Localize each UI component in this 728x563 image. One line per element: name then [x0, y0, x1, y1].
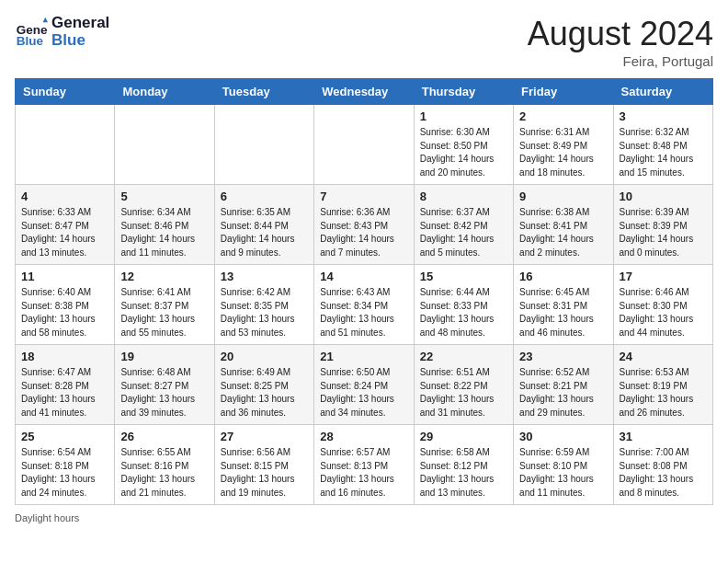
day-number: 11 [21, 270, 108, 283]
calendar-cell: 17 Sunrise: 6:46 AM Sunset: 8:30 PM Dayl… [613, 265, 712, 345]
calendar-cell: 21 Sunrise: 6:50 AM Sunset: 8:24 PM Dayl… [314, 345, 414, 425]
day-number: 21 [320, 350, 407, 363]
calendar-cell: 3 Sunrise: 6:32 AM Sunset: 8:48 PM Dayli… [613, 105, 712, 185]
calendar-cell: 6 Sunrise: 6:35 AM Sunset: 8:44 PM Dayli… [214, 185, 313, 265]
calendar-day-header: Wednesday [314, 79, 414, 105]
day-detail: Sunrise: 6:53 AM Sunset: 8:19 PM Dayligh… [620, 366, 707, 419]
footer-note: Daylight hours [15, 512, 713, 523]
day-detail: Sunrise: 6:56 AM Sunset: 8:15 PM Dayligh… [221, 446, 308, 500]
day-number: 24 [620, 350, 707, 363]
day-detail: Sunrise: 6:42 AM Sunset: 8:35 PM Dayligh… [221, 286, 308, 339]
day-detail: Sunrise: 6:36 AM Sunset: 8:43 PM Dayligh… [320, 206, 407, 259]
day-detail: Sunrise: 6:48 AM Sunset: 8:27 PM Dayligh… [120, 366, 208, 419]
day-number: 9 [519, 190, 607, 203]
day-number: 1 [420, 109, 507, 123]
calendar-cell: 15 Sunrise: 6:44 AM Sunset: 8:33 PM Dayl… [414, 265, 513, 345]
day-number: 22 [420, 350, 507, 363]
day-number: 3 [620, 109, 707, 123]
day-detail: Sunrise: 6:59 AM Sunset: 8:10 PM Dayligh… [519, 446, 607, 500]
calendar-cell: 27 Sunrise: 6:56 AM Sunset: 8:15 PM Dayl… [214, 425, 313, 505]
day-number: 13 [221, 270, 308, 283]
day-detail: Sunrise: 6:39 AM Sunset: 8:39 PM Dayligh… [620, 206, 707, 259]
calendar-cell: 30 Sunrise: 6:59 AM Sunset: 8:10 PM Dayl… [514, 425, 613, 505]
calendar-cell: 20 Sunrise: 6:49 AM Sunset: 8:25 PM Dayl… [214, 345, 313, 425]
day-detail: Sunrise: 6:31 AM Sunset: 8:49 PM Dayligh… [519, 126, 607, 179]
calendar-cell: 9 Sunrise: 6:38 AM Sunset: 8:41 PM Dayli… [514, 185, 613, 265]
logo-icon: General Blue [15, 16, 48, 49]
day-detail: Sunrise: 6:40 AM Sunset: 8:38 PM Dayligh… [21, 286, 108, 339]
day-detail: Sunrise: 7:00 AM Sunset: 8:08 PM Dayligh… [620, 446, 707, 500]
day-number: 27 [221, 430, 308, 443]
calendar-cell: 1 Sunrise: 6:30 AM Sunset: 8:50 PM Dayli… [414, 105, 513, 185]
logo-blue: Blue [51, 32, 109, 50]
day-detail: Sunrise: 6:58 AM Sunset: 8:12 PM Dayligh… [420, 446, 507, 500]
calendar-cell: 22 Sunrise: 6:51 AM Sunset: 8:22 PM Dayl… [414, 345, 513, 425]
calendar-cell: 5 Sunrise: 6:34 AM Sunset: 8:46 PM Dayli… [115, 185, 214, 265]
calendar-table: SundayMondayTuesdayWednesdayThursdayFrid… [15, 78, 713, 505]
day-detail: Sunrise: 6:46 AM Sunset: 8:30 PM Dayligh… [620, 286, 707, 339]
calendar-cell [314, 105, 414, 185]
calendar-cell: 14 Sunrise: 6:43 AM Sunset: 8:34 PM Dayl… [314, 265, 414, 345]
day-detail: Sunrise: 6:57 AM Sunset: 8:13 PM Dayligh… [320, 446, 407, 500]
calendar-day-header: Monday [115, 79, 214, 105]
calendar-week-row: 1 Sunrise: 6:30 AM Sunset: 8:50 PM Dayli… [16, 105, 713, 185]
day-number: 14 [320, 270, 407, 283]
day-detail: Sunrise: 6:54 AM Sunset: 8:18 PM Dayligh… [21, 446, 108, 500]
day-number: 8 [420, 190, 507, 203]
calendar-cell: 4 Sunrise: 6:33 AM Sunset: 8:47 PM Dayli… [16, 185, 115, 265]
day-number: 20 [221, 350, 308, 363]
title-block: August 2024 Feira, Portugal [528, 15, 713, 69]
calendar-cell [214, 105, 313, 185]
day-number: 16 [519, 270, 607, 283]
day-number: 2 [519, 109, 607, 123]
day-number: 4 [21, 190, 108, 203]
day-detail: Sunrise: 6:51 AM Sunset: 8:22 PM Dayligh… [420, 366, 507, 419]
location: Feira, Portugal [528, 53, 713, 69]
calendar-day-header: Tuesday [214, 79, 313, 105]
calendar-cell: 13 Sunrise: 6:42 AM Sunset: 8:35 PM Dayl… [214, 265, 313, 345]
day-detail: Sunrise: 6:34 AM Sunset: 8:46 PM Dayligh… [120, 206, 208, 259]
calendar-cell [16, 105, 115, 185]
calendar-body: 1 Sunrise: 6:30 AM Sunset: 8:50 PM Dayli… [16, 105, 713, 505]
calendar-cell: 24 Sunrise: 6:53 AM Sunset: 8:19 PM Dayl… [613, 345, 712, 425]
day-number: 12 [120, 270, 208, 283]
calendar-cell: 2 Sunrise: 6:31 AM Sunset: 8:49 PM Dayli… [514, 105, 613, 185]
day-detail: Sunrise: 6:41 AM Sunset: 8:37 PM Dayligh… [120, 286, 208, 339]
day-detail: Sunrise: 6:55 AM Sunset: 8:16 PM Dayligh… [120, 446, 208, 500]
calendar-week-row: 18 Sunrise: 6:47 AM Sunset: 8:28 PM Dayl… [16, 345, 713, 425]
day-number: 29 [420, 430, 507, 443]
calendar-day-header: Thursday [414, 79, 513, 105]
svg-marker-2 [43, 17, 48, 21]
calendar-cell: 12 Sunrise: 6:41 AM Sunset: 8:37 PM Dayl… [115, 265, 214, 345]
svg-text:Blue: Blue [17, 34, 44, 48]
day-number: 17 [620, 270, 707, 283]
day-number: 30 [519, 430, 607, 443]
calendar-week-row: 11 Sunrise: 6:40 AM Sunset: 8:38 PM Dayl… [16, 265, 713, 345]
day-number: 19 [120, 350, 208, 363]
day-detail: Sunrise: 6:30 AM Sunset: 8:50 PM Dayligh… [420, 126, 507, 179]
calendar-header-row: SundayMondayTuesdayWednesdayThursdayFrid… [16, 79, 713, 105]
calendar-cell: 18 Sunrise: 6:47 AM Sunset: 8:28 PM Dayl… [16, 345, 115, 425]
calendar-week-row: 4 Sunrise: 6:33 AM Sunset: 8:47 PM Dayli… [16, 185, 713, 265]
day-number: 23 [519, 350, 607, 363]
day-detail: Sunrise: 6:38 AM Sunset: 8:41 PM Dayligh… [519, 206, 607, 259]
calendar-cell: 10 Sunrise: 6:39 AM Sunset: 8:39 PM Dayl… [613, 185, 712, 265]
day-number: 25 [21, 430, 108, 443]
day-detail: Sunrise: 6:49 AM Sunset: 8:25 PM Dayligh… [221, 366, 308, 419]
day-detail: Sunrise: 6:37 AM Sunset: 8:42 PM Dayligh… [420, 206, 507, 259]
day-detail: Sunrise: 6:47 AM Sunset: 8:28 PM Dayligh… [21, 366, 108, 419]
calendar-cell: 29 Sunrise: 6:58 AM Sunset: 8:12 PM Dayl… [414, 425, 513, 505]
calendar-cell: 11 Sunrise: 6:40 AM Sunset: 8:38 PM Dayl… [16, 265, 115, 345]
calendar-cell: 28 Sunrise: 6:57 AM Sunset: 8:13 PM Dayl… [314, 425, 414, 505]
calendar-day-header: Sunday [16, 79, 115, 105]
day-number: 6 [221, 190, 308, 203]
day-detail: Sunrise: 6:32 AM Sunset: 8:48 PM Dayligh… [620, 126, 707, 179]
calendar-day-header: Saturday [613, 79, 712, 105]
page-header: General Blue General Blue August 2024 Fe… [15, 15, 713, 69]
day-number: 18 [21, 350, 108, 363]
calendar-cell: 23 Sunrise: 6:52 AM Sunset: 8:21 PM Dayl… [514, 345, 613, 425]
day-number: 28 [320, 430, 407, 443]
calendar-cell: 16 Sunrise: 6:45 AM Sunset: 8:31 PM Dayl… [514, 265, 613, 345]
logo: General Blue General Blue [15, 15, 109, 49]
calendar-cell: 25 Sunrise: 6:54 AM Sunset: 8:18 PM Dayl… [16, 425, 115, 505]
